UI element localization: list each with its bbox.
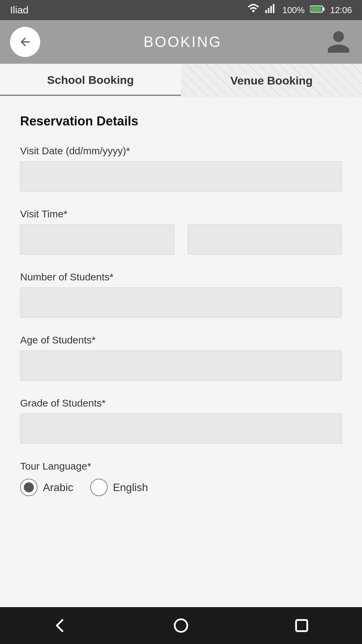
status-indicators: 100% 12:06	[247, 3, 352, 17]
nav-recents-button[interactable]	[290, 614, 313, 637]
visit-time-row	[20, 224, 342, 255]
radio-arabic-outer	[20, 479, 38, 496]
svg-rect-1	[268, 8, 269, 13]
radio-english-outer	[90, 479, 108, 496]
radio-english-label: English	[113, 481, 148, 494]
visit-date-input[interactable]	[20, 161, 342, 192]
radio-english[interactable]: English	[90, 479, 148, 496]
tour-language-radio-group: Arabic English	[20, 479, 342, 496]
grade-students-input[interactable]	[20, 414, 342, 444]
status-bar: Iliad 100% 1	[0, 0, 362, 20]
profile-icon[interactable]	[325, 29, 352, 55]
time-label: 12:06	[330, 5, 352, 15]
signal-icon	[265, 3, 277, 17]
radio-arabic-inner	[24, 482, 34, 492]
visit-date-label: Visit Date (dd/mm/yyyy)*	[20, 145, 342, 157]
visit-time-group: Visit Time*	[20, 208, 342, 255]
main-content: Reservation Details Visit Date (dd/mm/yy…	[0, 97, 362, 607]
tab-school-booking[interactable]: School Booking	[0, 64, 181, 97]
radio-arabic-label: Arabic	[43, 481, 73, 494]
age-students-group: Age of Students*	[20, 334, 342, 381]
radio-arabic[interactable]: Arabic	[20, 479, 73, 496]
visit-time-input-1[interactable]	[20, 224, 174, 255]
svg-rect-3	[273, 4, 275, 13]
num-students-group: Number of Students*	[20, 271, 342, 318]
header-title: BOOKING	[143, 34, 222, 50]
nav-back-button[interactable]	[49, 614, 72, 637]
bottom-nav	[0, 607, 362, 644]
tour-language-label: Tour Language*	[20, 461, 342, 472]
num-students-label: Number of Students*	[20, 271, 342, 283]
svg-rect-2	[270, 6, 272, 13]
age-students-label: Age of Students*	[20, 334, 342, 346]
app-header: BOOKING	[0, 20, 362, 64]
carrier-label: Iliad	[10, 4, 28, 16]
battery-icon	[310, 4, 325, 16]
visit-time-input-2[interactable]	[188, 224, 342, 255]
wifi-icon	[247, 3, 259, 17]
tab-venue-booking[interactable]: Venue Booking	[181, 64, 362, 97]
nav-home-button[interactable]	[169, 614, 193, 637]
tour-language-group: Tour Language* Arabic English	[20, 461, 342, 496]
visit-date-group: Visit Date (dd/mm/yyyy)*	[20, 145, 342, 192]
svg-point-7	[175, 619, 187, 632]
svg-rect-0	[265, 10, 267, 13]
grade-students-label: Grade of Students*	[20, 397, 342, 409]
visit-time-label: Visit Time*	[20, 208, 342, 220]
section-title: Reservation Details	[20, 114, 342, 128]
age-students-input[interactable]	[20, 351, 342, 381]
num-students-input[interactable]	[20, 287, 342, 318]
svg-rect-8	[296, 620, 307, 631]
back-button[interactable]	[10, 27, 40, 57]
svg-rect-5	[323, 7, 324, 10]
svg-rect-6	[311, 6, 321, 11]
battery-percent: 100%	[282, 5, 305, 15]
grade-students-group: Grade of Students*	[20, 397, 342, 444]
tab-bar: School Booking Venue Booking	[0, 64, 362, 97]
